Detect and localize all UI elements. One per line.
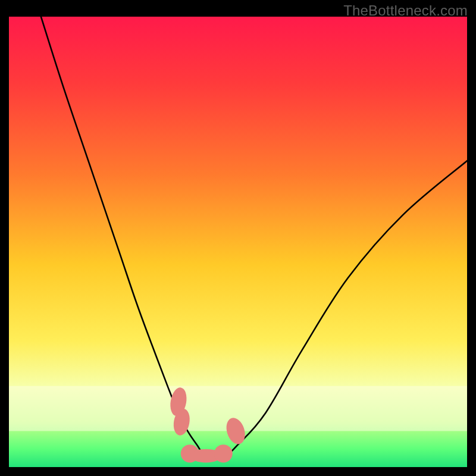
curve-marker xyxy=(214,444,233,462)
chart-frame xyxy=(9,17,467,467)
chart-canvas xyxy=(9,17,467,467)
